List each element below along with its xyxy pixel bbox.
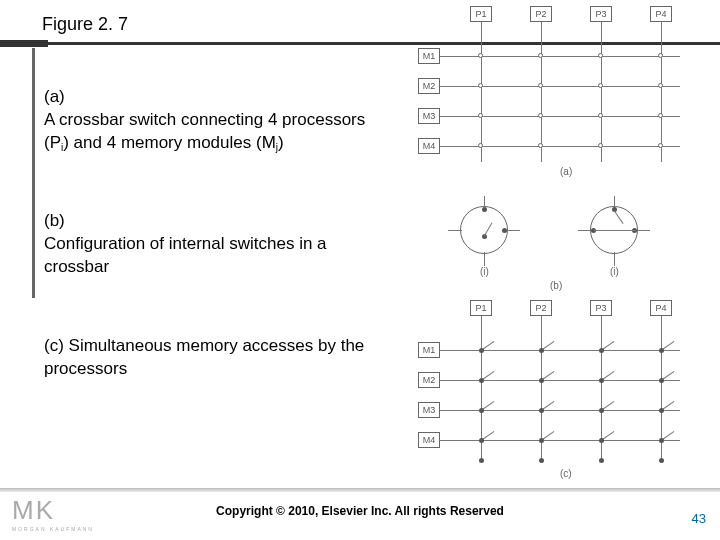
caption-a-text2: ) and 4 memory modules (M [63,133,276,152]
node [478,83,483,88]
hc1 [440,350,680,351]
caption-b: (b) Configuration of internal switches i… [44,210,374,279]
diagram-a: P1 P2 P3 P4 M1 M2 M3 M4 (a) [410,6,690,181]
sh2 [506,230,520,231]
node [658,143,663,148]
p4c: P4 [650,300,672,316]
through [594,230,636,231]
p2c: P2 [530,300,552,316]
cd [659,458,664,463]
cd [479,378,484,383]
caption-a-sub2: j [276,142,278,153]
term [482,207,487,212]
node [538,113,543,118]
node [538,53,543,58]
p1c: P1 [470,300,492,316]
node [598,53,603,58]
cd [599,458,604,463]
cd [539,458,544,463]
diagram-c-caption: (c) [560,468,572,479]
cd [599,378,604,383]
caption-a-text3: ) [278,133,284,152]
m4c: M4 [418,432,440,448]
v2 [541,22,542,162]
node [478,113,483,118]
h2 [440,86,680,87]
logo-sub: MORGAN KAUFMANN [12,526,94,532]
cd [659,378,664,383]
cd [659,438,664,443]
copyright-text: Copyright © 2010, Elsevier Inc. All righ… [0,504,720,518]
cd [479,408,484,413]
node [538,83,543,88]
hc4 [440,440,680,441]
term [502,228,507,233]
m3c: M3 [418,402,440,418]
cd [539,408,544,413]
switch-open-label: (i) [480,266,489,277]
v1 [481,22,482,162]
m2-box: M2 [418,78,440,94]
sh3 [578,230,592,231]
caption-a-sub1: i [61,142,63,153]
caption-a-label: (a) [44,87,65,106]
node [658,113,663,118]
m3-box: M3 [418,108,440,124]
node [478,53,483,58]
p3c: P3 [590,300,612,316]
node [658,83,663,88]
h1 [440,56,680,57]
cd [599,408,604,413]
node [538,143,543,148]
v4 [661,22,662,162]
p3-box: P3 [590,6,612,22]
accent-bar [32,48,35,298]
m4-box: M4 [418,138,440,154]
p4-box: P4 [650,6,672,22]
cd [659,348,664,353]
node [598,143,603,148]
cd [599,438,604,443]
cd [479,438,484,443]
diagram-b-caption: (b) [550,280,562,291]
v3 [601,22,602,162]
p1-box: P1 [470,6,492,22]
cd [659,408,664,413]
cd [479,458,484,463]
page-number: 43 [692,511,706,526]
m2c: M2 [418,372,440,388]
sh4 [636,230,650,231]
node [658,53,663,58]
hc2 [440,380,680,381]
caption-b-label: (b) [44,211,65,230]
m1c: M1 [418,342,440,358]
node [598,113,603,118]
cd [539,438,544,443]
caption-a: (a) A crossbar switch connecting 4 proce… [44,86,374,155]
diagram-a-caption: (a) [560,166,572,177]
node [598,83,603,88]
diagram-b: (i) (i) (b) [410,196,690,296]
cd [479,348,484,353]
sh1 [448,230,462,231]
cd [539,378,544,383]
sv2 [484,252,485,266]
node [478,143,483,148]
diagram-c: P1 P2 P3 P4 M1 M2 M3 M4 (c) [410,300,690,485]
caption-c: (c) Simultaneous memory accesses by the … [44,335,374,381]
caption-b-text: Configuration of internal switches in a … [44,234,327,276]
switch-open [460,206,508,254]
cd [599,348,604,353]
h3 [440,116,680,117]
caption-c-text: (c) Simultaneous memory accesses by the … [44,336,364,378]
p2-box: P2 [530,6,552,22]
sv4 [614,252,615,266]
m1-box: M1 [418,48,440,64]
hc3 [440,410,680,411]
figure-title: Figure 2. 7 [42,14,128,35]
footer-rule [0,488,720,492]
h4 [440,146,680,147]
switch-closed-label: (i) [610,266,619,277]
cd [539,348,544,353]
